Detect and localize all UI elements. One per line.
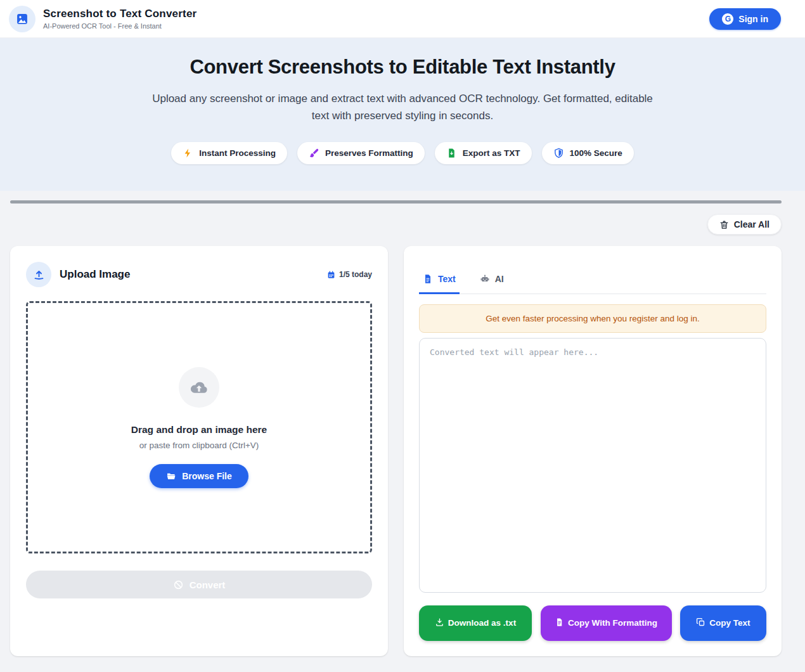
upload-icon: [33, 269, 45, 281]
main-container: Clear All Upload Image 1/: [0, 200, 805, 656]
feature-badges: Instant Processing Preserves Formatting …: [13, 142, 792, 164]
lightning-icon: [183, 148, 193, 158]
app-subtitle: AI-Powered OCR Tool - Free & Instant: [43, 22, 196, 30]
hero-title: Convert Screenshots to Editable Text Ins…: [13, 56, 792, 79]
trash-icon: [719, 220, 729, 229]
hero-section: Convert Screenshots to Editable Text Ins…: [0, 38, 805, 191]
copy-text-label: Copy Text: [709, 618, 750, 628]
download-icon: [435, 618, 448, 628]
tab-ai-label: AI: [495, 274, 504, 284]
hero-description: Upload any screenshot or image and extra…: [152, 90, 653, 124]
copy-formatting-button[interactable]: Copy With Formatting: [541, 605, 672, 641]
converted-text-area[interactable]: [419, 338, 766, 593]
upload-card-title: Upload Image: [60, 268, 130, 281]
badge-label: Instant Processing: [199, 148, 276, 158]
tab-ai[interactable]: AI: [476, 269, 508, 294]
cards-grid: Upload Image 1/5 today Drag and drop an …: [10, 246, 782, 656]
output-tabs: Text AI: [419, 261, 766, 294]
cloud-circle: [179, 367, 219, 408]
cloud-upload-icon: [189, 377, 209, 397]
sign-in-label: Sign in: [738, 14, 768, 24]
brush-icon: [309, 148, 319, 158]
browse-file-label: Browse File: [182, 471, 232, 481]
output-card: Text AI Get even faster processing when …: [404, 246, 782, 656]
copy-formatting-label: Copy With Formatting: [568, 618, 657, 628]
image-icon: [16, 13, 29, 25]
file-text-icon: [423, 274, 433, 284]
copy-text-button[interactable]: Copy Text: [680, 605, 766, 641]
badge-secure: 100% Secure: [542, 142, 634, 164]
clear-all-label: Clear All: [734, 219, 770, 229]
register-notice: Get even faster processing when you regi…: [419, 304, 766, 333]
app-title: Screenshot to Text Converter: [43, 8, 196, 20]
upload-card-header: Upload Image 1/5 today: [26, 262, 372, 287]
tab-text[interactable]: Text: [419, 269, 460, 294]
clear-all-button[interactable]: Clear All: [707, 214, 782, 235]
toolbar-row: Clear All: [10, 214, 782, 235]
quota-badge: 1/5 today: [327, 270, 372, 279]
browse-file-button[interactable]: Browse File: [150, 464, 248, 488]
calendar-icon: [327, 271, 335, 279]
dropzone-subtitle: or paste from clipboard (Ctrl+V): [139, 441, 259, 450]
file-download-icon: [446, 148, 457, 158]
quota-label: 1/5 today: [339, 270, 372, 279]
output-actions: Download as .txt Copy With Formatting Co…: [419, 605, 766, 641]
shield-icon: [553, 148, 564, 158]
app-logo: [9, 6, 35, 32]
badge-label: Export as TXT: [463, 148, 520, 158]
divider-bar: [10, 200, 782, 204]
copy-icon: [696, 618, 709, 628]
file-icon: [555, 618, 568, 628]
upload-icon-circle: [26, 262, 51, 287]
download-txt-label: Download as .txt: [448, 618, 516, 628]
convert-button[interactable]: Convert: [26, 571, 372, 598]
tab-text-label: Text: [438, 274, 456, 284]
badge-export-txt: Export as TXT: [435, 142, 532, 164]
download-txt-button[interactable]: Download as .txt: [419, 605, 532, 641]
app-header: Screenshot to Text Converter AI-Powered …: [0, 0, 805, 38]
dropzone-title: Drag and drop an image here: [131, 424, 267, 436]
upload-card: Upload Image 1/5 today Drag and drop an …: [10, 246, 388, 656]
google-icon: G: [722, 13, 733, 25]
folder-icon: [166, 471, 176, 481]
badge-label: Preserves Formatting: [325, 148, 413, 158]
image-dropzone[interactable]: Drag and drop an image here or paste fro…: [26, 301, 372, 553]
badge-instant-processing: Instant Processing: [171, 142, 287, 164]
brand: Screenshot to Text Converter AI-Powered …: [9, 6, 196, 32]
badge-preserves-formatting: Preserves Formatting: [297, 142, 425, 164]
robot-icon: [480, 274, 490, 284]
sign-in-button[interactable]: G Sign in: [709, 8, 781, 30]
ban-icon: [173, 579, 184, 590]
convert-label: Convert: [190, 579, 226, 590]
badge-label: 100% Secure: [570, 148, 622, 158]
